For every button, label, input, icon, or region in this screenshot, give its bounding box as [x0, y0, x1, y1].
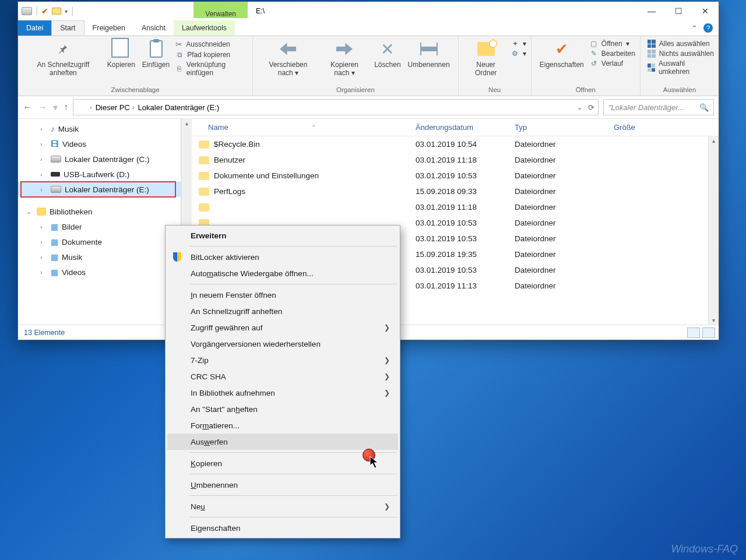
- minimize-button[interactable]: —: [638, 2, 665, 20]
- select-all-button[interactable]: Alles auswählen: [648, 40, 714, 48]
- easy-access-button[interactable]: ⚙▾: [511, 50, 526, 58]
- edit-button[interactable]: ✎Bearbeiten: [590, 50, 635, 58]
- back-button[interactable]: ←: [23, 102, 32, 112]
- qat-separator: |: [71, 6, 73, 16]
- help-icon[interactable]: ?: [703, 23, 713, 33]
- view-icons-button[interactable]: [702, 327, 715, 338]
- up-button[interactable]: ↑: [64, 102, 68, 112]
- menu-crc-sha[interactable]: CRC SHA❯: [167, 368, 398, 385]
- col-date[interactable]: Änderungsdatum: [407, 119, 506, 136]
- menu-new-window[interactable]: In neuem Fenster öffnen: [167, 287, 398, 303]
- content-scrollbar[interactable]: ▴▾: [708, 136, 719, 325]
- copy-to-button[interactable]: Kopieren nach ▾: [319, 38, 371, 78]
- menu-add-to-library[interactable]: In Bibliothek aufnehmen❯: [167, 385, 398, 401]
- menu-copy[interactable]: Kopieren: [167, 455, 398, 471]
- folder-icon[interactable]: [52, 8, 61, 15]
- history-dropdown[interactable]: ▾: [53, 102, 58, 113]
- tree-item[interactable]: ›▦Dokumente: [18, 234, 181, 249]
- tree-item[interactable]: ›♪Musik: [18, 121, 181, 136]
- history-button[interactable]: ↺Verlauf: [590, 59, 635, 68]
- col-name[interactable]: Name⌃: [192, 119, 407, 136]
- qat-separator: |: [36, 6, 38, 16]
- close-button[interactable]: ✕: [692, 2, 719, 20]
- refresh-icon[interactable]: ⟳: [588, 103, 594, 112]
- move-to-button[interactable]: Verschieben nach ▾: [258, 38, 319, 78]
- menu-expand[interactable]: Erweitern: [167, 227, 398, 244]
- rename-button[interactable]: Umbenennen: [404, 38, 453, 70]
- crumb-pc[interactable]: Dieser PC›: [96, 103, 135, 112]
- crumb-drive[interactable]: Lokaler Datenträger (E:): [138, 103, 219, 112]
- menu-new[interactable]: Neu❯: [167, 498, 398, 515]
- btn-label: Bearbeiten: [601, 50, 635, 58]
- tree-item[interactable]: ›▦Musik: [18, 249, 181, 265]
- tree-item[interactable]: ›▦Videos: [18, 265, 181, 280]
- group-label: Zwischenablage: [23, 86, 248, 94]
- menu-rename[interactable]: Umbenennen: [167, 477, 398, 493]
- cut-button[interactable]: ✂Ausschneiden: [175, 40, 248, 49]
- open-button[interactable]: ▢Öffnen ▾: [590, 40, 635, 48]
- paste-shortcut-button[interactable]: ⎘Verknüpfung einfügen: [175, 61, 248, 77]
- tree-item[interactable]: ›Lokaler Datenträger (C:): [18, 152, 181, 167]
- menu-grant-access[interactable]: Zugriff gewähren auf❯: [167, 319, 398, 336]
- menu-previous-versions[interactable]: Vorgängerversionen wiederherstellen: [167, 336, 398, 352]
- btn-label: Eigenschaften: [540, 61, 584, 69]
- properties-button[interactable]: ✔Eigenschaften: [536, 38, 587, 70]
- titlebar: | ✔ ▾ | Verwalten E:\ — ☐ ✕: [18, 2, 719, 20]
- view-details-button[interactable]: [687, 327, 700, 338]
- file-row[interactable]: $Recycle.Bin03.01.2019 10:54Dateiordner: [192, 136, 708, 152]
- btn-label: Umbenennen: [408, 61, 450, 69]
- menu-eject[interactable]: Auswerfen: [167, 434, 398, 450]
- forward-button[interactable]: →: [38, 102, 47, 112]
- path-dropdown-icon[interactable]: ⌄: [577, 104, 582, 111]
- tab-ansicht[interactable]: Ansicht: [133, 20, 174, 36]
- file-row[interactable]: Benutzer03.01.2019 11:18Dateiordner: [192, 152, 708, 168]
- checkmark-icon[interactable]: ✔: [41, 6, 48, 16]
- ribbon: An Schnellzugriff anheften Kopieren Einf…: [18, 36, 719, 96]
- shield-icon: [173, 252, 181, 262]
- tree-item-libraries[interactable]: ⌄Bibliotheken: [18, 204, 181, 219]
- search-input[interactable]: "Lokaler Datenträger...🔍: [603, 99, 714, 115]
- collapse-ribbon-icon[interactable]: ⌃: [691, 24, 698, 33]
- menu-format[interactable]: Formatieren...: [167, 417, 398, 434]
- maximize-button[interactable]: ☐: [665, 2, 692, 20]
- tab-datei[interactable]: Datei: [18, 20, 51, 36]
- address-bar: ← → ▾ ↑ › Dieser PC› Lokaler Datenträger…: [18, 96, 719, 118]
- new-folder-button[interactable]: Neuer Ordner: [463, 38, 509, 78]
- menu-bitlocker[interactable]: BitLocker aktivieren: [167, 249, 398, 265]
- select-none-button[interactable]: Nichts auswählen: [648, 50, 714, 58]
- copy-button[interactable]: Kopieren: [104, 38, 139, 70]
- menu-7zip[interactable]: 7-Zip❯: [167, 352, 398, 368]
- menu-pin-start[interactable]: An "Start" anheften: [167, 401, 398, 417]
- folder-icon: [199, 156, 209, 164]
- col-size[interactable]: Größe: [606, 119, 719, 136]
- file-row[interactable]: Dokumente und Einstellungen03.01.2019 10…: [192, 168, 708, 184]
- breadcrumb[interactable]: › Dieser PC› Lokaler Datenträger (E:) ⌄ …: [73, 99, 599, 115]
- tree-item[interactable]: ›Lokaler Datenträger (E:): [18, 182, 181, 197]
- folder-icon: [199, 172, 209, 180]
- new-item-button[interactable]: ✦▾: [511, 40, 526, 48]
- btn-label: Ausschneiden: [186, 40, 230, 48]
- menu-pin-quickaccess[interactable]: An Schnellzugriff anheften: [167, 303, 398, 319]
- status-text: 13 Elemente: [24, 329, 65, 337]
- tab-laufwerktools[interactable]: Laufwerktools: [174, 20, 235, 36]
- delete-button[interactable]: ✕Löschen: [371, 38, 404, 70]
- btn-label: Verschieben nach ▾: [261, 61, 315, 77]
- col-type[interactable]: Typ: [506, 119, 606, 136]
- tree-item[interactable]: ›USB-Laufwerk (D:): [18, 167, 181, 182]
- tab-start[interactable]: Start: [51, 20, 84, 36]
- invert-selection-button[interactable]: Auswahl umkehren: [648, 59, 714, 76]
- contextual-tab-header: Verwalten: [193, 2, 248, 18]
- tab-freigeben[interactable]: Freigeben: [85, 20, 133, 36]
- group-label: Öffnen: [536, 86, 635, 94]
- file-row[interactable]: PerfLogs15.09.2018 09:33Dateiordner: [192, 184, 708, 199]
- chevron-down-icon[interactable]: ▾: [65, 8, 68, 15]
- group-label: Organisieren: [258, 86, 453, 94]
- menu-properties[interactable]: Eigenschaften: [167, 520, 398, 536]
- menu-autoplay[interactable]: Automatische Wiedergabe öffnen...: [167, 265, 398, 281]
- copy-path-button[interactable]: ⧉Pfad kopieren: [175, 51, 248, 59]
- file-row[interactable]: 03.01.2019 11:18Dateiordner: [192, 199, 708, 215]
- paste-button[interactable]: Einfügen: [139, 38, 173, 70]
- tree-item[interactable]: ›▦Bilder: [18, 219, 181, 234]
- pin-quickaccess-button[interactable]: An Schnellzugriff anheften: [23, 38, 104, 78]
- tree-item[interactable]: ›🎞Videos: [18, 136, 181, 152]
